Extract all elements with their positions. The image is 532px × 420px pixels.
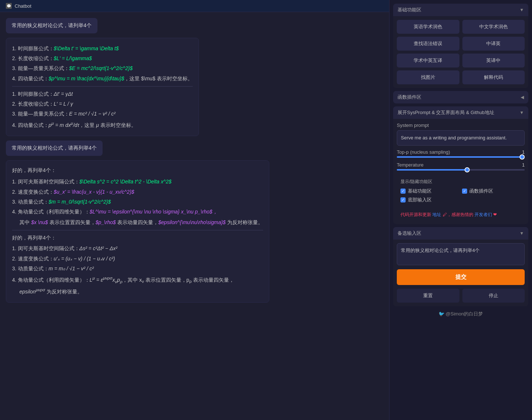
basic-functions-header[interactable]: 基础功能区 ▼: [393, 4, 528, 16]
heart-icon: ❤: [493, 212, 497, 217]
stop-button[interactable]: 停止: [462, 289, 525, 303]
sysprompt-text: Serve me as a writing and programming as…: [397, 130, 525, 146]
top-p-thumb[interactable]: [520, 154, 525, 160]
checkbox-basic[interactable]: [400, 189, 406, 194]
toggle-bottom-label: 底部输入区: [408, 197, 432, 203]
sysprompt-header[interactable]: 展开SysPrompt & 交互界面布局 & Github地址 ▼: [393, 106, 528, 119]
visibility-section: 显示/隐藏功能区 基础功能区 函数插件区 底部输入区: [397, 175, 525, 209]
checkbox-plugin[interactable]: [462, 189, 467, 194]
footer-link[interactable]: 地址: [432, 212, 441, 217]
left-panel: 💬 Chatbot 常用的狭义相对论公式，请列举4个 1. 时间膨胀公式：$\D…: [0, 0, 389, 420]
title-bar: 💬 Chatbot: [0, 0, 389, 12]
footer-text2: 🖊，感谢热情的: [443, 212, 473, 217]
sysprompt-label: System prompt: [397, 123, 525, 128]
btn-en-to-zh[interactable]: 英译中: [462, 54, 525, 67]
user-message-2: 常用的狭义相对论公式，请再列举4个: [6, 140, 103, 156]
plugin-section: 函数插件区 ◀: [393, 91, 528, 103]
toggle-bottom[interactable]: 底部输入区: [400, 197, 521, 203]
temperature-slider-row: Temperature 1: [397, 162, 525, 171]
chatbot-icon: 💬: [6, 3, 12, 9]
top-p-value: 1: [522, 149, 525, 155]
plugin-title: 函数插件区: [398, 94, 421, 101]
contributors-link[interactable]: 开发者们: [474, 212, 492, 217]
toggle-plugin[interactable]: 函数插件区: [462, 188, 521, 194]
app-title: Chatbot: [15, 3, 32, 9]
basic-functions-title: 基础功能区: [398, 7, 421, 13]
btn-academic-translate[interactable]: 学术中英互译: [397, 54, 459, 67]
btn-find-image[interactable]: 找图片: [397, 70, 459, 84]
sysprompt-body: System prompt Serve me as a writing and …: [393, 119, 528, 224]
btn-explain-code[interactable]: 解释代码: [462, 70, 525, 84]
alt-textarea[interactable]: [397, 243, 525, 265]
btn-english-polish[interactable]: 英语学术润色: [397, 20, 459, 34]
user-message-1: 常用的狭义相对论公式，请列举4个: [6, 18, 97, 33]
alt-input-header[interactable]: 备选输入区 ▼: [393, 227, 528, 240]
chat-area[interactable]: 常用的狭义相对论公式，请列举4个 1. 时间膨胀公式：$\Delta t' = …: [0, 12, 389, 420]
top-p-fill: [397, 156, 525, 158]
footer-text1: 代码开源和更新: [400, 212, 431, 217]
app-container: 💬 Chatbot 常用的狭义相对论公式，请列举4个 1. 时间膨胀公式：$\D…: [0, 0, 532, 420]
temperature-value: 1: [522, 162, 525, 168]
btn-chinese-polish[interactable]: 中文学术润色: [462, 20, 525, 34]
plugin-arrow: ◀: [521, 95, 524, 100]
toggle-basic[interactable]: 基础功能区: [400, 188, 460, 194]
btn-grammar-check[interactable]: 查找语法错误: [397, 37, 459, 51]
top-p-slider-row: Top-p (nucleus sampling) 1: [397, 149, 525, 158]
temperature-thumb[interactable]: [465, 167, 470, 172]
alt-input-body: 提交: [393, 240, 528, 289]
sysprompt-section: 展开SysPrompt & 交互界面布局 & Github地址 ▼ System…: [393, 106, 528, 224]
basic-functions-grid: 英语学术润色 中文学术润色 查找语法错误 中译英 学术中英互译 英译中 找图片 …: [397, 20, 525, 84]
sysprompt-arrow: ▼: [520, 110, 524, 115]
assistant-message-2: 好的，再列举4个： 1. 闵可夫斯基时空间隔公式：$\Delta s^2 = c…: [6, 160, 269, 303]
top-p-track[interactable]: [397, 156, 525, 158]
right-panel: 基础功能区 ▼ 英语学术润色 中文学术润色 查找语法错误 中译英 学术中英互译 …: [389, 0, 532, 420]
submit-button[interactable]: 提交: [397, 269, 525, 285]
basic-functions-body: 英语学术润色 中文学术润色 查找语法错误 中译英 学术中英互译 英译中 找图片 …: [393, 16, 528, 88]
basic-functions-arrow: ▼: [520, 7, 524, 12]
assistant-message-1: 1. 时间膨胀公式：$\Delta t' = \gamma \Delta t$ …: [6, 38, 199, 136]
sysprompt-section-title: 展开SysPrompt & 交互界面布局 & Github地址: [398, 109, 494, 116]
bottom-buttons: 重置 停止: [393, 289, 528, 306]
alt-input-arrow: ▼: [520, 231, 524, 236]
checkbox-bottom[interactable]: [400, 197, 406, 202]
top-p-label: Top-p (nucleus sampling): [397, 149, 450, 155]
watermark: 🐦 @Simon的白日梦: [393, 309, 528, 319]
toggle-basic-label: 基础功能区: [408, 188, 432, 194]
footer-links: 代码开源和更新 地址 🖊，感谢热情的 开发者们 ❤: [397, 209, 525, 220]
reset-button[interactable]: 重置: [397, 289, 459, 303]
alt-input-title: 备选输入区: [398, 230, 421, 237]
temperature-track[interactable]: [397, 169, 525, 171]
visibility-title: 显示/隐藏功能区: [400, 179, 521, 185]
toggle-grid: 基础功能区 函数插件区: [400, 188, 521, 194]
btn-zh-to-en[interactable]: 中译英: [462, 37, 525, 51]
toggle-plugin-label: 函数插件区: [469, 188, 493, 194]
temperature-label: Temperature: [397, 162, 424, 168]
alt-input-section: 备选输入区 ▼ 提交 重置 停止: [393, 227, 528, 306]
plugin-header[interactable]: 函数插件区 ◀: [393, 91, 528, 103]
basic-functions-section: 基础功能区 ▼ 英语学术润色 中文学术润色 查找语法错误 中译英 学术中英互译 …: [393, 4, 528, 88]
temperature-fill: [397, 169, 467, 171]
